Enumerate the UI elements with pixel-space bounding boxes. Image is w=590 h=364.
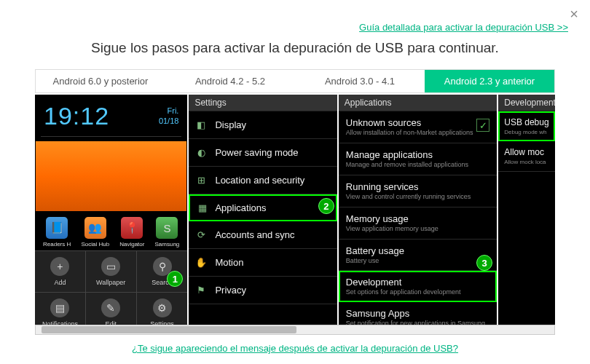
settings-label: Display [215,119,246,130]
checkbox-checked-icon: ✓ [476,119,489,132]
app-icon: 📍 [121,217,143,239]
home-date: Fri. 01/18 [159,106,179,125]
bottom-link-container: ¿Te sigue apareciendo el mensaje después… [0,343,590,354]
dock-label: Navigator [119,241,144,248]
home-date-value: 01/18 [159,116,179,126]
app-samsung: Samsung AppsSet notification for new app… [339,302,497,328]
home-time: 19:12 [44,102,109,130]
app-sub: View application memory usage [346,226,489,233]
settings-applications: ▦Applications [189,194,337,221]
tab-android-42[interactable]: Android 4.2 - 5.2 [165,70,295,92]
app-manage: Manage applicationsManage and remove ins… [339,143,497,175]
home-menu: +Add ▭Wallpaper ⚲Search ▤Notifications ✎… [35,250,187,328]
privacy-icon: ⚑ [194,284,208,297]
settings-header: Settings [189,95,337,111]
dock-label: Samsung [155,241,180,248]
settings-label: Accounts and sync [215,229,294,240]
dock-item: SSamsung [155,217,180,248]
panel-development: Development USB debugDebug mode wh Allow… [498,95,555,328]
tab-android-30[interactable]: Android 3.0 - 4.1 [295,70,425,92]
dev-title: USB debug [504,117,549,127]
apps-icon: ▦ [196,202,209,215]
app-icon: S [156,217,178,239]
development-header: Development [498,95,555,111]
panel-settings: Settings ◧Display ◐Power saving mode ⊞Lo… [189,95,337,328]
step-panels: 19:12 Fri. 01/18 📘Readers H 👥Social Hub … [35,95,555,328]
menu-label: Add [54,279,66,286]
dock-label: Social Hub [81,241,109,248]
guide-link-container: Guía detallada para activar la depuració… [0,0,590,33]
step-badge-2: 2 [318,198,334,214]
tab-android-6[interactable]: Android 6.0 y posterior [36,70,165,92]
dock-label: Readers H [43,241,71,248]
app-sub: View and control currently running servi… [346,194,489,201]
settings-privacy: ⚑Privacy [189,277,337,304]
settings-motion: ✋Motion [189,249,337,277]
plus-icon: + [50,257,69,276]
app-battery: Battery usageBattery use [339,240,497,272]
dev-usb-debug: USB debugDebug mode wh [498,111,555,141]
divider [41,136,181,137]
home-wallpaper [36,141,186,211]
page-title: Sigue los pasos para activar la depuraci… [0,40,590,56]
app-title: Manage applications [346,149,489,160]
settings-accounts: ⟳Accounts and sync [189,221,337,249]
menu-add: +Add [35,251,86,293]
horizontal-scrollbar[interactable] [35,325,555,335]
app-title: Unknown sources [346,117,489,128]
dock-item: 📍Navigator [119,217,144,248]
home-dock: 📘Readers H 👥Social Hub 📍Navigator SSamsu… [35,211,187,250]
settings-label: Applications [215,202,266,213]
dev-title: Allow moc [504,147,549,157]
settings-label: Power saving mode [215,147,298,158]
home-day: Fri. [159,106,179,116]
location-icon: ⊞ [194,174,208,187]
app-title: Running services [346,181,489,192]
menu-notifications: ▤Notifications [35,293,86,328]
app-title: Samsung Apps [346,308,489,319]
scroll-thumb[interactable] [42,326,296,333]
notifications-icon: ▤ [50,298,69,317]
app-title: Memory usage [346,213,489,224]
app-icon: 👥 [84,217,106,239]
guide-link[interactable]: Guía detallada para activar la depuració… [359,22,568,33]
menu-label: Wallpaper [96,279,125,286]
applications-header: Applications [339,95,497,111]
display-icon: ◧ [194,119,208,132]
app-running: Running servicesView and control current… [339,175,497,207]
settings-display: ◧Display [189,111,337,139]
settings-power: ◐Power saving mode [189,139,337,167]
app-sub: Battery use [346,258,489,265]
tab-android-23[interactable]: Android 2.3 y anterior [425,70,554,92]
menu-settings: ⚙Settings [137,293,188,328]
wallpaper-icon: ▭ [101,257,120,276]
app-sub: Set options for application development [346,289,489,296]
panel-applications: Applications Unknown sources Allow insta… [339,95,497,328]
settings-label: Location and security [215,175,304,186]
settings-label: Privacy [215,285,246,296]
edit-icon: ✎ [101,298,120,317]
help-link[interactable]: ¿Te sigue apareciendo el mensaje después… [132,343,458,354]
close-icon[interactable]: × [570,6,578,23]
panel-home: 19:12 Fri. 01/18 📘Readers H 👥Social Hub … [35,95,187,328]
app-title: Battery usage [346,245,489,256]
version-tabs: Android 6.0 y posterior Android 4.2 - 5.… [35,69,555,93]
sync-icon: ⟳ [194,229,208,242]
menu-wallpaper: ▭Wallpaper [86,251,137,293]
dev-sub: Debug mode wh [504,129,549,135]
dock-item: 📘Readers H [43,217,71,248]
dev-sub: Allow mock loca [504,159,549,165]
app-title: Development [346,277,489,288]
app-sub: Allow installation of non-Market applica… [346,130,489,137]
app-icon: 📘 [46,217,68,239]
settings-location: ⊞Location and security [189,167,337,194]
home-clock: 19:12 Fri. 01/18 [35,95,187,136]
settings-icon: ⚙ [153,298,172,317]
power-icon: ◐ [194,146,208,159]
app-unknown-sources: Unknown sources Allow installation of no… [339,111,497,143]
menu-edit: ✎Edit [86,293,137,328]
dev-allow-mock: Allow mocAllow mock loca [498,141,555,172]
settings-label: Motion [215,257,243,268]
app-development: DevelopmentSet options for application d… [339,271,497,302]
dock-item: 👥Social Hub [81,217,109,248]
